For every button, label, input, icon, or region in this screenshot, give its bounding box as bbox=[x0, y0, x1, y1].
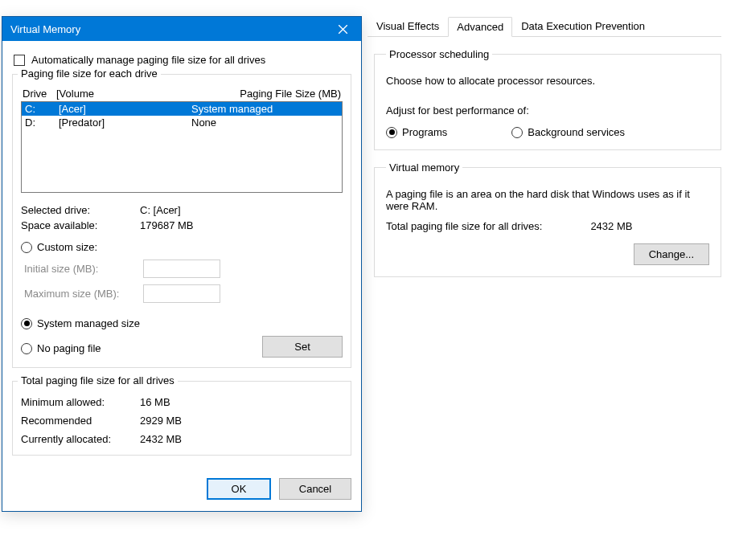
dialog-title: Virtual Memory bbox=[10, 23, 80, 35]
space-available-label: Space available: bbox=[21, 219, 140, 231]
recommended-value: 2929 MB bbox=[140, 415, 343, 427]
drive-list-headers: Drive [Volume Paging File Size (MB) bbox=[23, 88, 341, 100]
currently-allocated-label: Currently allocated: bbox=[21, 433, 140, 445]
radio-icon bbox=[21, 318, 32, 329]
radio-system-managed[interactable]: System managed size bbox=[21, 317, 343, 329]
selected-drive-label: Selected drive: bbox=[21, 204, 140, 216]
radio-background-services[interactable]: Background services bbox=[511, 126, 625, 138]
virtual-memory-group: Virtual memory A paging file is an area … bbox=[374, 161, 721, 277]
currently-allocated-value: 2432 MB bbox=[140, 433, 343, 445]
radio-icon bbox=[21, 242, 32, 253]
radio-custom-size[interactable]: Custom size: bbox=[21, 241, 343, 253]
drive-volume: [Predator] bbox=[59, 116, 191, 129]
close-button[interactable] bbox=[325, 17, 361, 41]
radio-no-paging-file-label: No paging file bbox=[37, 342, 101, 354]
space-available-value: 179687 MB bbox=[140, 219, 343, 231]
vm-total-label: Total paging file size for all drives: bbox=[386, 220, 542, 232]
group-title: Paging file size for each drive bbox=[18, 67, 161, 80]
min-allowed-label: Minimum allowed: bbox=[21, 396, 140, 408]
ok-button[interactable]: OK bbox=[207, 478, 271, 500]
initial-size-label: Initial size (MB): bbox=[24, 263, 143, 275]
processor-scheduling-group: Processor scheduling Choose how to alloc… bbox=[374, 48, 721, 150]
tab-advanced[interactable]: Advanced bbox=[448, 17, 512, 37]
auto-manage-label: Automatically manage paging file size fo… bbox=[31, 54, 265, 66]
performance-options-panel: Visual Effects Advanced Data Execution P… bbox=[368, 16, 721, 285]
radio-icon bbox=[21, 343, 32, 354]
radio-programs[interactable]: Programs bbox=[386, 126, 447, 138]
hdr-drive: Drive bbox=[23, 88, 56, 100]
radio-programs-label: Programs bbox=[402, 126, 447, 138]
processor-scheduling-desc: Choose how to allocate processor resourc… bbox=[386, 75, 709, 87]
virtual-memory-desc: A paging file is an area on the hard dis… bbox=[386, 188, 709, 212]
tab-dep[interactable]: Data Execution Prevention bbox=[512, 16, 654, 36]
drive-row[interactable]: D:[Predator]None bbox=[22, 116, 342, 129]
hdr-size: Paging File Size (MB) bbox=[240, 88, 341, 100]
radio-icon bbox=[511, 127, 523, 138]
recommended-label: Recommended bbox=[21, 415, 140, 427]
totals-group: Total paging file size for all drives Mi… bbox=[12, 381, 351, 456]
close-icon bbox=[339, 25, 347, 34]
titlebar: Virtual Memory bbox=[2, 17, 361, 41]
drive-paging-size: System managed bbox=[191, 103, 339, 115]
radio-icon bbox=[386, 127, 397, 138]
radio-system-managed-label: System managed size bbox=[37, 317, 140, 329]
processor-scheduling-legend: Processor scheduling bbox=[386, 48, 492, 60]
paging-file-per-drive-group: Paging file size for each drive Drive [V… bbox=[12, 74, 351, 368]
maximum-size-input bbox=[143, 284, 220, 303]
set-button[interactable]: Set bbox=[262, 336, 343, 358]
vm-total-value: 2432 MB bbox=[590, 220, 632, 232]
selected-drive-value: C: [Acer] bbox=[140, 204, 343, 216]
virtual-memory-dialog: Virtual Memory Automatically manage pagi… bbox=[2, 16, 362, 512]
checkbox-icon bbox=[14, 55, 25, 66]
hdr-volume: [Volume bbox=[56, 88, 240, 100]
drive-letter: D: bbox=[25, 116, 59, 129]
drive-list[interactable]: C:[Acer]System managedD:[Predator]None bbox=[21, 101, 343, 193]
auto-manage-checkbox[interactable]: Automatically manage paging file size fo… bbox=[14, 54, 351, 66]
drive-volume: [Acer] bbox=[59, 103, 191, 115]
min-allowed-value: 16 MB bbox=[140, 396, 343, 408]
radio-no-paging-file[interactable]: No paging file bbox=[21, 342, 262, 354]
tab-visual-effects[interactable]: Visual Effects bbox=[368, 16, 448, 36]
perf-tabs: Visual Effects Advanced Data Execution P… bbox=[368, 16, 721, 37]
radio-custom-size-label: Custom size: bbox=[37, 241, 97, 253]
virtual-memory-legend: Virtual memory bbox=[386, 161, 462, 174]
change-button[interactable]: Change... bbox=[634, 243, 709, 265]
cancel-button[interactable]: Cancel bbox=[279, 478, 351, 500]
maximum-size-label: Maximum size (MB): bbox=[24, 288, 143, 300]
adjust-label: Adjust for best performance of: bbox=[386, 104, 709, 116]
drive-paging-size: None bbox=[191, 116, 339, 129]
dialog-buttons: OK Cancel bbox=[2, 467, 361, 511]
initial-size-input bbox=[143, 260, 220, 278]
drive-row[interactable]: C:[Acer]System managed bbox=[22, 102, 342, 116]
drive-letter: C: bbox=[25, 103, 59, 115]
group-title: Total paging file size for all drives bbox=[18, 374, 178, 386]
radio-background-label: Background services bbox=[528, 126, 625, 138]
